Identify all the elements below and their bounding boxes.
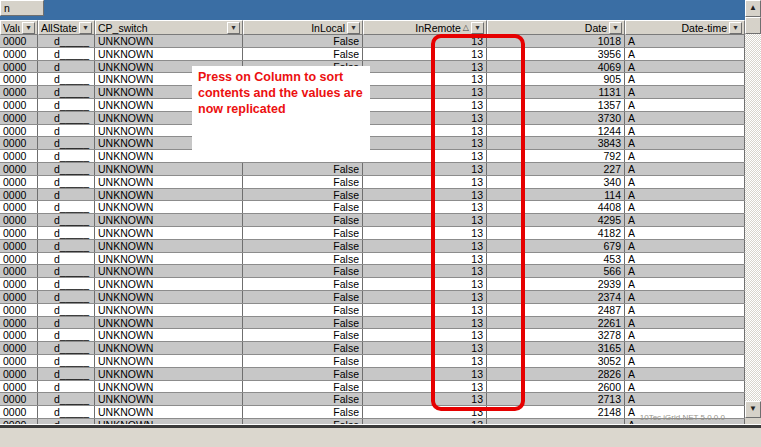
cell-inlocal[interactable]: False bbox=[243, 189, 363, 201]
cell-date-time[interactable]: A bbox=[625, 201, 745, 213]
cell-allstates[interactable]: d_____ bbox=[38, 150, 95, 162]
cell-inlocal[interactable]: False bbox=[243, 227, 363, 239]
toolbar-button[interactable]: n bbox=[0, 0, 44, 16]
cell-cp_switch[interactable]: UNKNOWN bbox=[95, 278, 243, 290]
filter-dropdown-icon[interactable]: ▾ bbox=[79, 22, 92, 34]
cell-allstates[interactable]: d_____ bbox=[38, 227, 95, 239]
filter-dropdown-icon[interactable]: ▾ bbox=[471, 22, 484, 34]
cell-value[interactable]: 0000 bbox=[0, 355, 38, 367]
cell-inlocal[interactable]: False bbox=[243, 355, 363, 367]
cell-date-time[interactable]: A bbox=[625, 265, 745, 277]
cell-date-time[interactable]: A bbox=[625, 35, 745, 47]
cell-allstates[interactable]: d_____ bbox=[38, 99, 95, 111]
cell-allstates[interactable]: d_____ bbox=[38, 317, 95, 329]
cell-value[interactable]: 0000 bbox=[0, 265, 38, 277]
cell-date-time[interactable]: A bbox=[625, 61, 745, 73]
cell-allstates[interactable]: d_____ bbox=[38, 329, 95, 341]
column-header-inlocal[interactable]: InLocal▾ bbox=[243, 20, 363, 35]
cell-inlocal[interactable]: False bbox=[243, 317, 363, 329]
cell-value[interactable]: 0000 bbox=[0, 253, 38, 265]
cell-cp_switch[interactable]: UNKNOWN bbox=[95, 406, 243, 418]
cell-date-time[interactable]: A bbox=[625, 189, 745, 201]
cell-allstates[interactable]: d_____ bbox=[38, 201, 95, 213]
filter-dropdown-icon[interactable]: ▾ bbox=[22, 22, 35, 34]
cell-cp_switch[interactable]: UNKNOWN bbox=[95, 189, 243, 201]
scrollbar-thumb[interactable] bbox=[745, 17, 761, 34]
cell-date-time[interactable]: A bbox=[625, 73, 745, 85]
column-header-date[interactable]: Date▾ bbox=[487, 20, 625, 35]
cell-date-time[interactable]: A bbox=[625, 368, 745, 380]
cell-value[interactable]: 0000 bbox=[0, 48, 38, 60]
cell-inlocal[interactable]: False bbox=[243, 265, 363, 277]
cell-date-time[interactable]: A bbox=[625, 329, 745, 341]
cell-inlocal[interactable]: False bbox=[243, 48, 363, 60]
cell-value[interactable]: 0000 bbox=[0, 176, 38, 188]
cell-inlocal[interactable]: False bbox=[243, 163, 363, 175]
cell-value[interactable]: 0000 bbox=[0, 240, 38, 252]
cell-allstates[interactable]: d_____ bbox=[38, 342, 95, 354]
cell-inlocal[interactable]: False bbox=[243, 393, 363, 405]
cell-cp_switch[interactable]: UNKNOWN bbox=[95, 265, 243, 277]
cell-date-time[interactable]: A bbox=[625, 125, 745, 137]
column-header-cp_switch[interactable]: CP_switch▾ bbox=[95, 20, 243, 35]
cell-allstates[interactable]: d_____ bbox=[38, 86, 95, 98]
cell-cp_switch[interactable]: UNKNOWN bbox=[95, 393, 243, 405]
cell-inlocal[interactable]: False bbox=[243, 278, 363, 290]
filter-dropdown-icon[interactable]: ▾ bbox=[729, 22, 742, 34]
cell-cp_switch[interactable]: UNKNOWN bbox=[95, 304, 243, 316]
cell-value[interactable]: 0000 bbox=[0, 342, 38, 354]
cell-allstates[interactable]: d_____ bbox=[38, 393, 95, 405]
cell-inlocal[interactable]: False bbox=[243, 304, 363, 316]
cell-value[interactable]: 0000 bbox=[0, 406, 38, 418]
column-header-value[interactable]: Value▾ bbox=[0, 20, 38, 35]
cell-date-time[interactable]: A bbox=[625, 227, 745, 239]
cell-allstates[interactable]: d_____ bbox=[38, 278, 95, 290]
cell-inlocal[interactable]: False bbox=[243, 253, 363, 265]
cell-date-time[interactable]: A bbox=[625, 355, 745, 367]
cell-allstates[interactable]: d_____ bbox=[38, 48, 95, 60]
filter-dropdown-icon[interactable]: ▾ bbox=[227, 22, 240, 34]
cell-date-time[interactable]: A bbox=[625, 99, 745, 111]
cell-date-time[interactable]: A bbox=[625, 163, 745, 175]
cell-allstates[interactable]: d_____ bbox=[38, 304, 95, 316]
cell-value[interactable]: 0000 bbox=[0, 125, 38, 137]
cell-cp_switch[interactable]: UNKNOWN bbox=[95, 253, 243, 265]
cell-value[interactable]: 0000 bbox=[0, 35, 38, 47]
cell-date-time[interactable]: A bbox=[625, 278, 745, 290]
cell-cp_switch[interactable]: UNKNOWN bbox=[95, 163, 243, 175]
cell-value[interactable]: 0000 bbox=[0, 189, 38, 201]
cell-value[interactable]: 0000 bbox=[0, 86, 38, 98]
cell-value[interactable]: 0000 bbox=[0, 61, 38, 73]
cell-inlocal[interactable]: False bbox=[243, 291, 363, 303]
cell-inlocal[interactable]: False bbox=[243, 329, 363, 341]
cell-allstates[interactable]: d_____ bbox=[38, 368, 95, 380]
cell-inlocal[interactable]: False bbox=[243, 35, 363, 47]
cell-value[interactable]: 0000 bbox=[0, 381, 38, 393]
cell-value[interactable]: 0000 bbox=[0, 227, 38, 239]
cell-value[interactable]: 0000 bbox=[0, 317, 38, 329]
cell-inlocal[interactable]: False bbox=[243, 176, 363, 188]
cell-date-time[interactable]: A bbox=[625, 304, 745, 316]
cell-date-time[interactable]: A bbox=[625, 393, 745, 405]
cell-value[interactable]: 0000 bbox=[0, 393, 38, 405]
cell-allstates[interactable]: d_____ bbox=[38, 112, 95, 124]
cell-allstates[interactable]: d_____ bbox=[38, 137, 95, 149]
cell-date-time[interactable]: A bbox=[625, 214, 745, 226]
cell-inlocal[interactable]: False bbox=[243, 214, 363, 226]
cell-allstates[interactable]: d_____ bbox=[38, 355, 95, 367]
cell-allstates[interactable]: d_____ bbox=[38, 61, 95, 73]
filter-dropdown-icon[interactable]: ▾ bbox=[609, 22, 622, 34]
cell-cp_switch[interactable]: UNKNOWN bbox=[95, 355, 243, 367]
cell-cp_switch[interactable]: UNKNOWN bbox=[95, 240, 243, 252]
vertical-scrollbar[interactable]: ▲ ▼ bbox=[745, 0, 761, 418]
scroll-up-icon[interactable]: ▲ bbox=[745, 0, 761, 17]
cell-allstates[interactable]: d_____ bbox=[38, 253, 95, 265]
column-header-date-time[interactable]: Date-time▾ bbox=[625, 20, 745, 35]
column-header-inremote[interactable]: InRemote△▾ bbox=[363, 20, 487, 35]
cell-date-time[interactable]: A bbox=[625, 240, 745, 252]
cell-value[interactable]: 0000 bbox=[0, 73, 38, 85]
cell-allstates[interactable]: d_____ bbox=[38, 406, 95, 418]
cell-date-time[interactable]: A bbox=[625, 291, 745, 303]
cell-value[interactable]: 0000 bbox=[0, 214, 38, 226]
cell-value[interactable]: 0000 bbox=[0, 163, 38, 175]
